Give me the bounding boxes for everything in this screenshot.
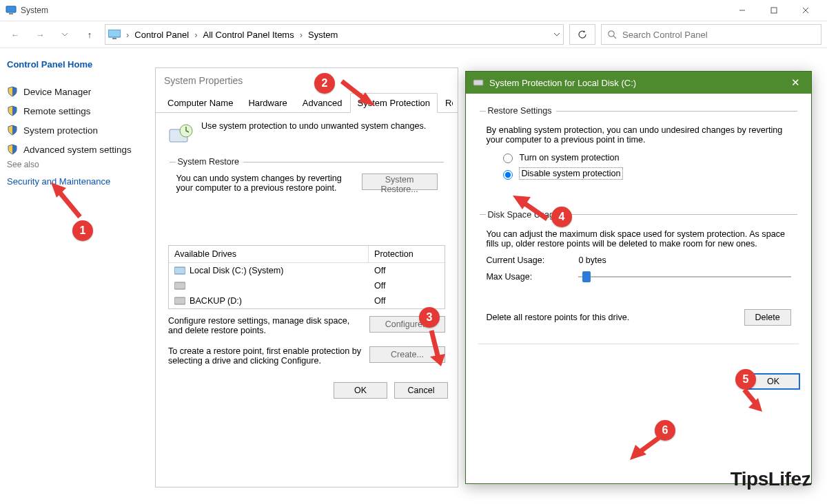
drives-table: Available Drives Protection Local Disk (… bbox=[168, 245, 445, 309]
breadcrumb-sep: › bbox=[300, 30, 303, 40]
breadcrumb[interactable]: › Control Panel › All Control Panel Item… bbox=[105, 24, 564, 45]
drive-protection: Off bbox=[369, 263, 445, 278]
svg-rect-13 bbox=[174, 282, 185, 289]
disk-icon bbox=[174, 282, 185, 290]
current-usage-label: Current Usage: bbox=[486, 255, 567, 265]
system-icon bbox=[6, 5, 17, 16]
restore-settings-text: By enabling system protection, you can u… bbox=[486, 125, 790, 145]
annotation-arrow-3 bbox=[422, 328, 449, 369]
svg-rect-6 bbox=[108, 30, 121, 37]
sidebar-item-device-manager[interactable]: Device Manager bbox=[7, 82, 145, 101]
sidebar-item-label: Device Manager bbox=[23, 87, 91, 97]
svg-rect-3 bbox=[771, 8, 777, 13]
sidebar-item-system-protection[interactable]: System protection bbox=[7, 120, 145, 140]
max-usage-slider[interactable] bbox=[578, 276, 790, 277]
crumb-system[interactable]: System bbox=[305, 28, 340, 41]
sidebar-item-advanced-system-settings[interactable]: Advanced system settings bbox=[7, 140, 145, 159]
close-button[interactable]: ✕ bbox=[787, 75, 804, 90]
annotation-badge-1: 1 bbox=[72, 220, 93, 241]
intro-text: Use system protection to undo unwanted s… bbox=[201, 121, 426, 131]
annotation-badge-2: 2 bbox=[314, 73, 335, 94]
search-input[interactable] bbox=[621, 29, 815, 41]
window-controls bbox=[726, 0, 821, 21]
explorer-toolbar: ← → ↑ › Control Panel › All Control Pane… bbox=[0, 21, 827, 48]
search-icon bbox=[607, 30, 617, 39]
dialog-title: System Properties bbox=[156, 68, 458, 93]
sidebar: Control Panel Home Device Manager Remote… bbox=[0, 48, 152, 504]
drive-protection: Off bbox=[369, 293, 445, 308]
drive-row[interactable]: Local Disk (C:) (System) Off bbox=[169, 263, 445, 278]
back-button[interactable]: ← bbox=[6, 25, 25, 44]
system-restore-icon bbox=[168, 121, 194, 147]
drives-col-protection: Protection bbox=[369, 246, 445, 262]
watermark-life: Life bbox=[768, 468, 802, 490]
svg-point-8 bbox=[609, 31, 614, 36]
radio-turn-on-input[interactable] bbox=[503, 154, 513, 163]
system-properties-dialog: System Properties Computer Name Hardware… bbox=[155, 67, 458, 487]
svg-rect-1 bbox=[9, 13, 13, 14]
window-title: System bbox=[21, 6, 726, 15]
breadcrumb-sep: › bbox=[194, 30, 197, 40]
up-button[interactable]: ↑ bbox=[80, 25, 99, 44]
sidebar-item-label: System protection bbox=[23, 125, 98, 136]
sysprops-ok-button[interactable]: OK bbox=[334, 382, 387, 399]
restore-text: You can undo system changes by reverting… bbox=[176, 174, 354, 193]
refresh-button[interactable] bbox=[569, 24, 595, 45]
system-restore-button[interactable]: System Restore... bbox=[362, 174, 438, 190]
window-titlebar: System bbox=[0, 0, 827, 21]
disk-icon bbox=[473, 77, 484, 88]
sidebar-item-label: Advanced system settings bbox=[23, 145, 132, 155]
recent-dropdown[interactable] bbox=[55, 25, 74, 44]
system-restore-legend: System Restore bbox=[176, 157, 243, 167]
chevron-down-icon[interactable] bbox=[553, 30, 560, 40]
watermark: TipsLifez bbox=[731, 468, 810, 490]
computer-icon bbox=[108, 30, 121, 39]
delete-text: Delete all restore points for this drive… bbox=[486, 313, 629, 322]
svg-rect-14 bbox=[174, 297, 185, 304]
annotation-arrow-1 bbox=[47, 181, 88, 222]
search-box[interactable] bbox=[601, 24, 821, 45]
radio-disable-input[interactable] bbox=[503, 170, 513, 180]
svg-line-9 bbox=[613, 36, 616, 39]
sysprops-cancel-button[interactable]: Cancel bbox=[394, 382, 448, 399]
radio-turn-on[interactable]: Turn on system protection bbox=[500, 151, 790, 163]
crumb-all-items[interactable]: All Control Panel Items bbox=[200, 28, 296, 41]
drive-name: BACKUP (D:) bbox=[190, 296, 242, 306]
disk-icon bbox=[174, 266, 185, 275]
annotation-arrow-6 bbox=[629, 435, 663, 463]
svg-rect-7 bbox=[112, 38, 116, 39]
tab-computer-name[interactable]: Computer Name bbox=[160, 93, 241, 113]
shield-icon bbox=[7, 86, 18, 97]
drive-protection: Off bbox=[369, 278, 445, 293]
crumb-control-panel[interactable]: Control Panel bbox=[132, 28, 192, 41]
annotation-badge-3: 3 bbox=[419, 307, 440, 328]
radio-disable-label: Disable system protection bbox=[519, 167, 622, 180]
close-button[interactable] bbox=[790, 0, 821, 21]
create-text: To create a restore point, first enable … bbox=[168, 346, 363, 366]
drive-row[interactable]: BACKUP (D:) Off bbox=[169, 293, 445, 308]
minimize-button[interactable] bbox=[726, 0, 758, 21]
delete-button[interactable]: Delete bbox=[744, 309, 791, 326]
shield-icon bbox=[7, 105, 18, 116]
svg-rect-0 bbox=[6, 6, 16, 12]
tab-hardware[interactable]: Hardware bbox=[241, 93, 294, 113]
control-panel-home-link[interactable]: Control Panel Home bbox=[7, 59, 145, 70]
sidebar-item-label: Remote settings bbox=[23, 106, 91, 116]
annotation-badge-4: 4 bbox=[551, 207, 572, 227]
watermark-z: z bbox=[800, 468, 812, 490]
restore-settings-legend: Restore Settings bbox=[486, 106, 555, 116]
annotation-arrow-5 bbox=[739, 387, 766, 414]
annotation-arrow-2 bbox=[338, 77, 379, 109]
radio-disable[interactable]: Disable system protection bbox=[500, 167, 790, 180]
drive-row[interactable]: Off bbox=[169, 278, 445, 293]
radio-turn-on-label: Turn on system protection bbox=[519, 153, 619, 162]
max-usage-label: Max Usage: bbox=[486, 272, 567, 282]
disk-icon bbox=[174, 297, 185, 305]
dialog-titlebar[interactable]: System Protection for Local Disk (C:) ✕ bbox=[466, 72, 811, 94]
forward-button[interactable]: → bbox=[30, 25, 50, 44]
sidebar-item-remote-settings[interactable]: Remote settings bbox=[7, 101, 145, 120]
maximize-button[interactable] bbox=[758, 0, 790, 21]
current-usage-value: 0 bytes bbox=[578, 255, 606, 265]
drive-name: Local Disk (C:) (System) bbox=[190, 266, 283, 275]
tab-remote[interactable]: Remote bbox=[438, 93, 453, 113]
